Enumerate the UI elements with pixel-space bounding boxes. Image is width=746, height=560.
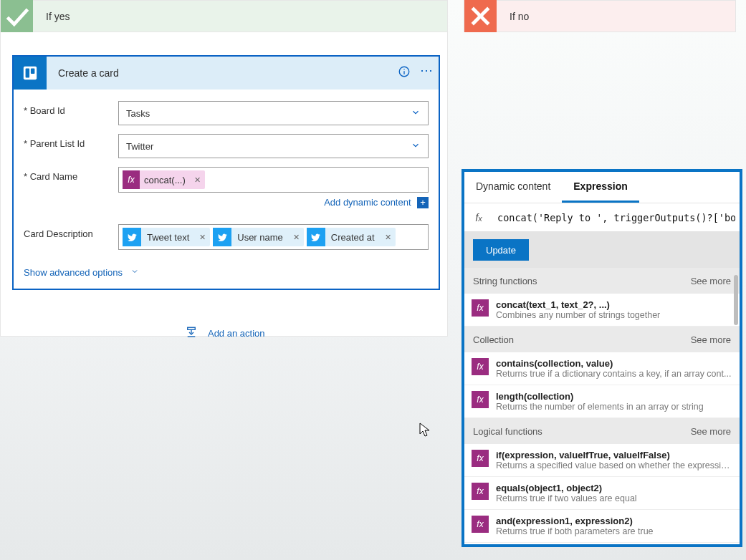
mouse-cursor-icon — [419, 423, 431, 441]
function-row[interactable]: fxif(expression, valueIfTrue, valueIfFal… — [464, 444, 740, 477]
add-an-action-link[interactable]: Add an action — [208, 328, 265, 339]
function-signature: if(expression, valueIfTrue, valueIfFalse… — [496, 450, 732, 460]
tab-dynamic-content[interactable]: Dynamic content — [464, 172, 562, 203]
dynamic-token-tweet-text[interactable]: Tweet text ✕ — [123, 228, 210, 246]
expression-panel: Dynamic content Expression fx Update Str… — [462, 169, 742, 547]
function-signature: and(expression1, expression2) — [496, 516, 654, 526]
trello-icon — [14, 57, 47, 90]
section-title: String functions — [473, 276, 537, 286]
chevron-down-icon — [130, 266, 139, 279]
expression-token[interactable]: fx concat(...) ✕ — [123, 170, 205, 189]
function-row[interactable]: fxlength(collection)Returns the number o… — [464, 385, 740, 418]
remove-token-icon[interactable]: ✕ — [190, 175, 205, 185]
twitter-icon — [213, 228, 231, 246]
function-description: Returns a specified value based on wheth… — [496, 460, 732, 470]
function-description: Returns true if a dictionary contains a … — [496, 369, 731, 379]
expression-input[interactable] — [493, 212, 740, 223]
board-id-value: Tasks — [126, 108, 150, 119]
plus-icon[interactable]: + — [417, 197, 429, 208]
fx-icon: fx — [123, 170, 140, 189]
function-row[interactable]: fxequals(object1, object2)Returns true i… — [464, 477, 740, 510]
twitter-icon — [307, 228, 325, 246]
card-name-input[interactable]: fx concat(...) ✕ — [118, 167, 429, 193]
board-id-select[interactable]: Tasks — [118, 101, 429, 125]
card-description-input[interactable]: Tweet text ✕ User name ✕ Created at ✕ — [118, 224, 429, 250]
fx-icon: fx — [472, 450, 489, 467]
function-row[interactable]: fxand(expression1, expression2)Returns t… — [464, 510, 740, 543]
function-description: Combines any number of strings together — [496, 310, 660, 320]
function-signature: equals(object1, object2) — [496, 483, 637, 493]
fx-icon: fx — [472, 299, 489, 317]
parent-list-id-value: Twitter — [126, 141, 153, 152]
remove-token-icon[interactable]: ✕ — [195, 233, 210, 242]
card-name-label: Card Name — [24, 171, 77, 182]
function-signature: length(collection) — [496, 391, 704, 402]
section-header: String functionsSee more — [464, 268, 740, 294]
info-icon[interactable] — [393, 65, 416, 81]
function-row[interactable]: fxconcat(text_1, text_2?, ...)Combines a… — [464, 294, 740, 327]
parent-list-id-select[interactable]: Twitter — [118, 134, 429, 158]
section-title: Logical functions — [473, 426, 542, 437]
twitter-icon — [123, 228, 141, 246]
see-more-link[interactable]: See more — [691, 276, 731, 286]
chevron-down-icon — [411, 140, 421, 153]
if-yes-label: If yes — [46, 11, 70, 22]
remove-token-icon[interactable]: ✕ — [381, 233, 396, 242]
remove-token-icon[interactable]: ✕ — [289, 233, 304, 242]
if-yes-branch-header[interactable]: If yes — [0, 0, 448, 32]
svg-rect-8 — [187, 327, 195, 329]
board-id-label: Board Id — [24, 105, 65, 116]
more-icon[interactable]: ⋯ — [416, 64, 439, 82]
fx-icon: fx — [464, 211, 493, 223]
card-description-label: Card Description — [24, 228, 93, 239]
function-description: Returns true if two values are equal — [496, 493, 637, 503]
show-advanced-options-link[interactable]: Show advanced options — [24, 267, 123, 278]
tab-expression[interactable]: Expression — [562, 172, 639, 203]
expression-token-text: concat(...) — [140, 175, 190, 185]
parent-list-id-label: Parent List Id — [24, 138, 85, 149]
check-icon — [1, 0, 33, 32]
create-a-card-action: Create a card ⋯ Board Id Tasks Parent Li… — [12, 55, 440, 290]
fx-icon: fx — [472, 391, 489, 408]
svg-point-7 — [403, 69, 405, 70]
svg-rect-3 — [26, 69, 30, 78]
section-title: Collection — [473, 334, 514, 345]
function-signature: concat(text_1, text_2?, ...) — [496, 299, 660, 310]
if-no-branch-header[interactable]: If no — [464, 0, 736, 32]
svg-rect-4 — [31, 69, 34, 74]
scrollbar[interactable] — [734, 268, 738, 544]
fx-icon: fx — [472, 516, 489, 533]
card-title: Create a card — [58, 67, 393, 79]
update-button[interactable]: Update — [473, 239, 529, 261]
function-description: Returns true if both parameters are true — [496, 526, 654, 536]
card-header[interactable]: Create a card ⋯ — [14, 57, 439, 90]
x-icon — [464, 0, 497, 32]
section-header: Logical functionsSee more — [464, 418, 740, 444]
section-header: CollectionSee more — [464, 327, 740, 352]
add-action-icon — [185, 326, 198, 342]
chevron-down-icon — [411, 107, 421, 120]
if-yes-body: Create a card ⋯ Board Id Tasks Parent Li… — [0, 32, 448, 337]
dynamic-token-created-at[interactable]: Created at ✕ — [307, 228, 396, 246]
if-no-label: If no — [510, 11, 529, 22]
see-more-link[interactable]: See more — [691, 426, 731, 437]
fx-icon: fx — [472, 483, 489, 500]
fx-icon: fx — [472, 358, 489, 375]
see-more-link[interactable]: See more — [691, 334, 731, 345]
function-signature: contains(collection, value) — [496, 358, 731, 369]
add-dynamic-content-link[interactable]: Add dynamic content — [324, 197, 411, 208]
dynamic-token-user-name[interactable]: User name ✕ — [213, 228, 304, 246]
function-row[interactable]: fxcontains(collection, value)Returns tru… — [464, 352, 740, 385]
function-description: Returns the number of elements in an arr… — [496, 402, 704, 412]
